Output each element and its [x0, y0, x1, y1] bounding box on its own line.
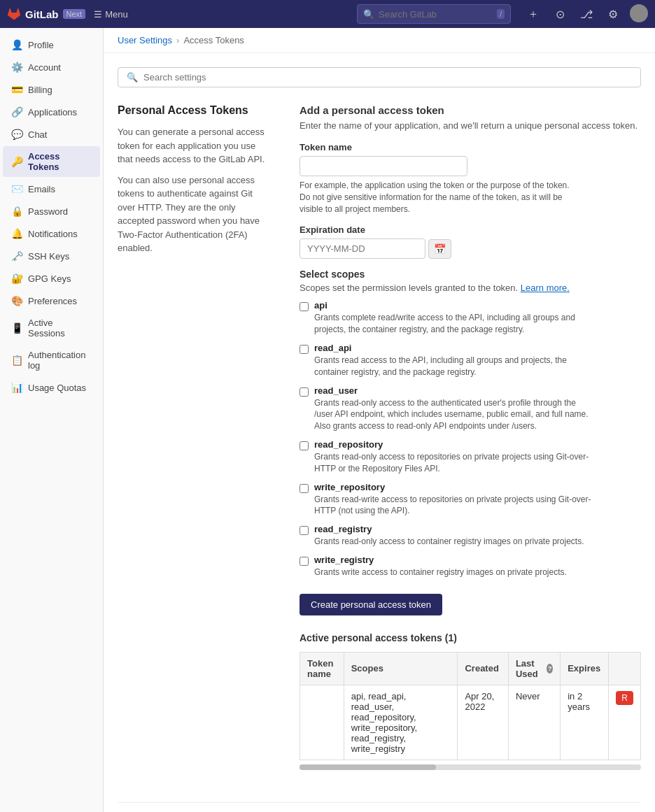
search-slash-key: / — [497, 9, 505, 19]
scope-read-api-desc: Grants read access to the API, including… — [314, 355, 594, 378]
search-settings-bar[interactable]: 🔍 — [118, 67, 641, 87]
col-created: Created — [458, 652, 508, 685]
sidebar-item-label: Usage Quotas — [28, 383, 86, 393]
token-name-hint: For example, the application using the t… — [300, 180, 579, 215]
gitlab-logo-icon — [7, 7, 21, 21]
token-name-label: Token name — [300, 142, 641, 152]
col-expires: Expires — [561, 652, 609, 685]
nav-icons: ＋ ⊙ ⎇ ⚙ — [523, 4, 648, 24]
active-sessions-icon: 📱 — [11, 322, 22, 334]
sidebar-item-label: SSH Keys — [28, 251, 69, 262]
create-token-button[interactable]: Create personal access token — [300, 594, 442, 615]
brand-name: GitLab — [25, 8, 59, 20]
table-scrollbar-thumb[interactable] — [300, 764, 436, 770]
usage-quotas-icon: 📊 — [11, 382, 22, 393]
notifications-icon: 🔔 — [11, 228, 22, 239]
sidebar-item-billing[interactable]: 💳 Billing — [3, 79, 100, 100]
nav-plus-icon[interactable]: ＋ — [523, 4, 543, 24]
scope-read-repository-checkbox[interactable] — [300, 441, 309, 450]
scope-read-repository: read_repository Grants read-only access … — [300, 439, 641, 475]
scope-write-repository-name: write_repository — [314, 482, 594, 492]
token-name-input[interactable] — [300, 156, 467, 176]
scope-write-registry-checkbox[interactable] — [300, 557, 309, 566]
logo-area[interactable]: GitLab Next — [7, 7, 85, 21]
search-settings-input[interactable] — [143, 72, 632, 83]
main-content: User Settings › Access Tokens 🔍 Personal… — [104, 28, 655, 812]
global-search-box[interactable]: 🔍 / — [357, 4, 511, 24]
last-used-help-icon[interactable]: ? — [547, 664, 553, 674]
scope-read-user-name: read_user — [314, 385, 594, 396]
revoke-token-button[interactable]: R — [616, 691, 633, 705]
sidebar-item-label: GPG Keys — [28, 273, 71, 284]
scopes-desc: Scopes set the permission levels granted… — [300, 283, 641, 293]
auth-log-icon: 📋 — [11, 355, 22, 366]
scope-read-registry: read_registry Grants read-only access to… — [300, 524, 641, 548]
scope-read-user: read_user Grants read-only access to the… — [300, 385, 641, 432]
scope-api-checkbox[interactable] — [300, 302, 309, 311]
sidebar-item-ssh-keys[interactable]: 🗝️ SSH Keys — [3, 245, 100, 266]
sidebar-item-account[interactable]: ⚙️ Account — [3, 57, 100, 78]
breadcrumb: User Settings › Access Tokens — [104, 28, 655, 53]
menu-toggle[interactable]: ☰ Menu — [94, 9, 128, 20]
sidebar-item-applications[interactable]: 🔗 Applications — [3, 101, 100, 122]
sidebar-item-password[interactable]: 🔒 Password — [3, 201, 100, 222]
sidebar-item-profile[interactable]: 👤 Profile — [3, 34, 100, 55]
scopes-group: Select scopes Scopes set the permission … — [300, 269, 641, 578]
user-avatar[interactable] — [630, 4, 648, 22]
add-token-title: Add a personal access token — [300, 104, 641, 116]
nav-issues-icon[interactable]: ⊙ — [550, 4, 570, 24]
sidebar-item-label: Account — [28, 62, 61, 73]
sidebar-item-chat[interactable]: 💬 Chat — [3, 124, 100, 145]
sidebar-item-label: Authentication log — [28, 350, 92, 371]
pat-section-left: Personal Access Tokens You can generate … — [118, 104, 272, 774]
access-tokens-icon: 🔑 — [11, 156, 22, 167]
search-settings-icon: 🔍 — [127, 72, 138, 83]
table-scrollbar-track[interactable] — [300, 764, 641, 770]
token-name-group: Token name For example, the application … — [300, 142, 641, 215]
sidebar-item-gpg-keys[interactable]: 🔐 GPG Keys — [3, 268, 100, 289]
sidebar-item-active-sessions[interactable]: 📱 Active Sessions — [3, 313, 100, 343]
scope-write-repository-checkbox[interactable] — [300, 484, 309, 493]
search-input[interactable] — [379, 9, 493, 20]
expiration-date-input[interactable] — [300, 238, 425, 259]
search-icon: 🔍 — [363, 9, 374, 20]
scope-read-registry-checkbox[interactable] — [300, 526, 309, 535]
sidebar-item-emails[interactable]: ✉️ Emails — [3, 178, 100, 199]
scope-read-repository-name: read_repository — [314, 439, 594, 450]
top-navigation: GitLab Next ☰ Menu 🔍 / ＋ ⊙ ⎇ ⚙ — [0, 0, 655, 28]
token-last-used-cell: Never — [508, 685, 560, 760]
active-tokens-title: Active personal access tokens (1) — [300, 632, 641, 643]
nav-merge-icon[interactable]: ⎇ — [577, 4, 596, 24]
token-scopes-cell: api, read_api, read_user, read_repositor… — [344, 685, 458, 760]
scope-read-user-desc: Grants read-only access to the authentic… — [314, 397, 594, 432]
scope-write-repository: write_repository Grants read-write acces… — [300, 482, 641, 518]
personal-access-tokens-section: Personal Access Tokens You can generate … — [118, 104, 641, 774]
sidebar-item-auth-log[interactable]: 📋 Authentication log — [3, 345, 100, 376]
calendar-icon-button[interactable]: 📅 — [428, 239, 451, 259]
scope-api-desc: Grants complete read/write access to the… — [314, 312, 594, 336]
sidebar-item-label: Notifications — [28, 229, 78, 239]
learn-more-link[interactable]: Learn more. — [521, 283, 570, 293]
breadcrumb-parent-link[interactable]: User Settings — [118, 35, 172, 45]
emails-icon: ✉️ — [11, 183, 22, 194]
pat-desc-1: You can generate a personal access token… — [118, 125, 272, 166]
sidebar-item-access-tokens[interactable]: 🔑 Access Tokens — [3, 146, 100, 177]
date-input-wrap: 📅 — [300, 238, 641, 259]
sidebar-item-usage-quotas[interactable]: 📊 Usage Quotas — [3, 377, 100, 398]
scope-read-registry-desc: Grants read-only access to container reg… — [314, 536, 584, 548]
col-token-name: Token name — [300, 652, 344, 685]
token-name-cell — [300, 685, 344, 760]
scope-read-user-checkbox[interactable] — [300, 387, 309, 397]
scopes-title: Select scopes — [300, 269, 641, 280]
sidebar-item-label: Chat — [28, 129, 47, 140]
sidebar-item-notifications[interactable]: 🔔 Notifications — [3, 223, 100, 244]
scope-api-name: api — [314, 300, 594, 311]
expiration-date-group: Expiration date 📅 — [300, 225, 641, 259]
preferences-icon: 🎨 — [11, 295, 22, 306]
applications-icon: 🔗 — [11, 106, 22, 117]
chat-icon: 💬 — [11, 129, 22, 140]
scope-read-api-checkbox[interactable] — [300, 345, 309, 354]
sidebar-item-preferences[interactable]: 🎨 Preferences — [3, 290, 100, 311]
nav-settings-icon[interactable]: ⚙ — [603, 4, 623, 24]
scope-api: api Grants complete read/write access to… — [300, 300, 641, 336]
